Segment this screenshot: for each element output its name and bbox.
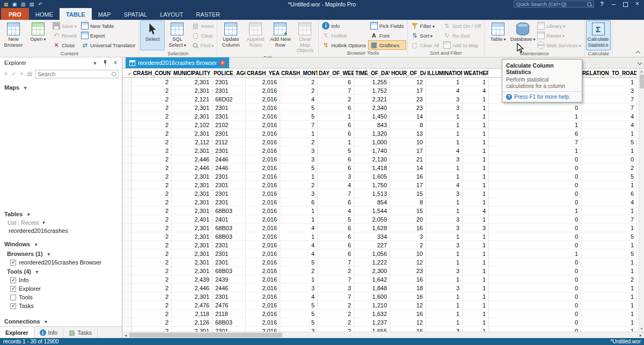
cell-crash-month[interactable]: 2 [280, 267, 318, 275]
cell-hour-of-day[interactable]: 12 [390, 318, 426, 327]
cell-hour-of-day[interactable]: 23 [390, 267, 426, 275]
cell-relation-to-road[interactable]: 1 [581, 129, 637, 138]
browser-window-tab[interactable]: reordered2016crashes Browser [126, 57, 229, 68]
cell-crash-month[interactable]: 1 [280, 232, 318, 241]
cell-weather[interactable]: 1 [463, 112, 489, 121]
table-button[interactable]: Table [486, 20, 510, 50]
row-selector[interactable] [122, 318, 132, 327]
cell-road-condition[interactable]: 0 [489, 310, 581, 318]
cell-weather[interactable]: 1 [463, 104, 489, 112]
cell-police-agcy[interactable]: 2112 [213, 138, 246, 146]
cell-crash-month[interactable]: 5 [280, 164, 318, 172]
font-button[interactable]: Font [368, 31, 406, 40]
ribbon-tab-map[interactable]: MAP [92, 8, 118, 20]
checkbox-info[interactable] [10, 277, 16, 283]
column-header-crash-month[interactable]: CRASH_MONTH [280, 69, 318, 78]
cell-day-of-week[interactable]: 6 [318, 78, 354, 86]
panel-tab-explorer[interactable]: Explorer [0, 327, 34, 338]
row-selector[interactable] [122, 181, 132, 189]
cell-relation-to-road[interactable]: 4 [581, 121, 637, 129]
cell-day-of-week[interactable]: 7 [318, 275, 354, 284]
cell-municipality[interactable]: 2,301 [172, 232, 213, 241]
cell-weather[interactable]: 1 [463, 301, 489, 310]
cell-illumination[interactable]: 1 [426, 78, 463, 86]
cell-relation-to-road[interactable]: 1 [581, 224, 637, 232]
row-selector[interactable] [122, 249, 132, 258]
cell-crash-year[interactable]: 2,016 [246, 232, 280, 241]
row-selector[interactable] [122, 301, 132, 310]
cell-municipality[interactable]: 2,301 [172, 267, 213, 275]
cell-road-condition[interactable]: 1 [489, 121, 581, 129]
cell-municipality[interactable]: 2,301 [172, 249, 213, 258]
cell-day-of-week[interactable]: 7 [318, 258, 354, 267]
panel-tab-info[interactable]: Info [34, 327, 64, 338]
cell-police-agcy[interactable]: 2301 [213, 258, 246, 267]
cell-municipality[interactable]: 2,301 [172, 78, 213, 86]
cell-road-condition[interactable]: 1 [489, 207, 581, 215]
cell-weather[interactable]: 1 [463, 121, 489, 129]
cell-municipality[interactable]: 2,301 [172, 172, 213, 181]
cell-weather[interactable]: 1 [463, 284, 489, 292]
cell-crash-year[interactable]: 2,016 [246, 258, 280, 267]
row-selector[interactable] [122, 138, 132, 146]
scroll-left-icon[interactable]: ◀ [122, 333, 129, 337]
cell-police-agcy[interactable]: 2118 [213, 310, 246, 318]
cell-crash-year[interactable]: 2,016 [246, 189, 280, 198]
cell-time-of-day[interactable]: 1,237 [354, 318, 390, 327]
cell-hour-of-day[interactable]: 23 [390, 95, 426, 104]
column-header-municipality[interactable]: MUNICIPALITY [172, 69, 213, 78]
cell-municipality[interactable]: 2,446 [172, 164, 213, 172]
cell-crash-year[interactable]: 2,016 [246, 318, 280, 327]
cell-relation-to-road[interactable]: 1 [581, 241, 637, 249]
cell-relation-to-road[interactable]: 5 [581, 232, 637, 241]
cell-day-of-week[interactable]: 6 [318, 155, 354, 164]
cell-time-of-day[interactable]: 1,632 [354, 310, 390, 318]
find-button[interactable]: Find [189, 40, 216, 50]
cell-crash-year[interactable]: 2,016 [246, 138, 280, 146]
cell-crash-month[interactable]: 6 [280, 198, 318, 207]
cell-crash-month[interactable]: 3 [280, 146, 318, 155]
raster-button[interactable]: Raster [535, 31, 583, 40]
cell-time-of-day[interactable]: 1,605 [354, 172, 390, 181]
cell-crash-county[interactable]: 2 [132, 318, 172, 327]
cell-crash-county[interactable]: 2 [132, 164, 172, 172]
cell-crash-county[interactable]: 2 [132, 189, 172, 198]
cell-day-of-week[interactable]: 6 [318, 232, 354, 241]
cell-municipality[interactable]: 2,446 [172, 155, 213, 164]
cell-hour-of-day[interactable]: 12 [390, 258, 426, 267]
column-header-police-agcy[interactable]: POLICE_AGCY [213, 69, 246, 78]
library-button[interactable]: Library [535, 21, 583, 31]
cell-hour-of-day[interactable]: 20 [390, 215, 426, 224]
cell-road-condition[interactable]: 0 [489, 189, 581, 198]
browsers-group-header[interactable]: Browsers (1) [0, 249, 122, 258]
cell-weather[interactable]: 1 [463, 181, 489, 189]
cell-illumination[interactable]: 4 [426, 181, 463, 189]
cell-crash-county[interactable]: 2 [132, 241, 172, 249]
cell-time-of-day[interactable]: 1,222 [354, 258, 390, 267]
checkbox-item-tasks[interactable]: Tasks [0, 302, 122, 310]
web-services-button[interactable]: Web Services [535, 40, 583, 50]
cell-hour-of-day[interactable]: 12 [390, 78, 426, 86]
cell-crash-month[interactable]: 5 [280, 318, 318, 327]
cell-police-agcy[interactable]: 2476 [213, 301, 246, 310]
cell-crash-year[interactable]: 2,016 [246, 267, 280, 275]
cell-relation-to-road[interactable]: 1 [581, 284, 637, 292]
cell-time-of-day[interactable]: 1,544 [354, 207, 390, 215]
cell-crash-year[interactable]: 2,016 [246, 292, 280, 301]
sort-on-off-button[interactable]: Sort On / Off [441, 21, 483, 31]
cell-time-of-day[interactable]: 1,600 [354, 292, 390, 301]
cell-illumination[interactable]: 3 [426, 95, 463, 104]
cell-relation-to-road[interactable]: 1 [581, 258, 637, 267]
cell-crash-month[interactable]: 5 [280, 258, 318, 267]
cell-illumination[interactable]: 1 [426, 172, 463, 181]
cell-municipality[interactable]: 2,301 [172, 86, 213, 95]
cell-road-condition[interactable]: 0 [489, 215, 581, 224]
cell-police-agcy[interactable]: 2301 [213, 172, 246, 181]
cell-relation-to-road[interactable]: 1 [581, 327, 637, 332]
scroll-up-icon[interactable]: ▲ [640, 69, 643, 74]
cell-road-condition[interactable]: 6 [489, 129, 581, 138]
cell-time-of-day[interactable]: 1,450 [354, 112, 390, 121]
cell-police-agcy[interactable]: 2301 [213, 86, 246, 95]
close-panel-icon[interactable] [112, 59, 119, 67]
cell-crash-month[interactable]: 5 [280, 310, 318, 318]
